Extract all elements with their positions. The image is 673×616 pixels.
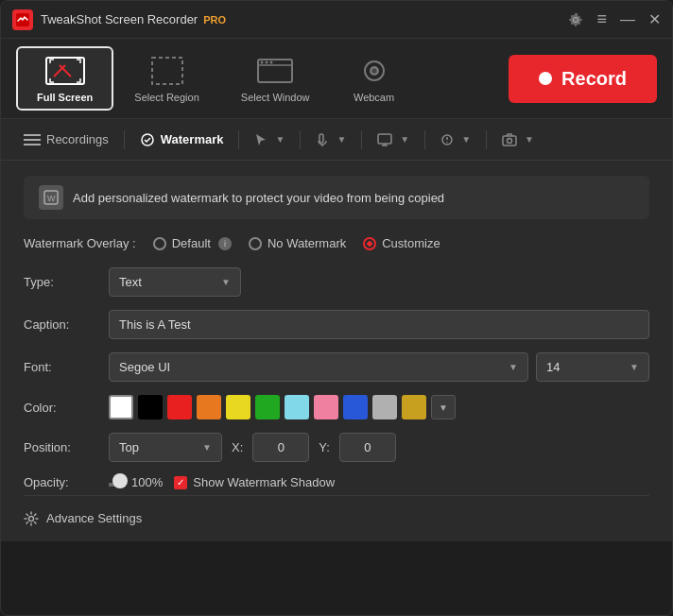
- opacity-controls: 100% ✓ Show Watermark Shadow: [109, 475, 335, 489]
- svg-point-11: [270, 61, 273, 64]
- opacity-row: Opacity: 100% ✓ Show Watermar: [24, 475, 649, 489]
- tab-display-arrow: ▼: [400, 134, 409, 145]
- font-size-value: 14: [546, 360, 560, 374]
- watermark-overlay-row: Watermark Overlay : Default i No Waterma…: [24, 236, 649, 250]
- svg-point-14: [371, 69, 376, 74]
- svg-rect-7: [258, 60, 292, 82]
- settings-icon[interactable]: [568, 11, 583, 28]
- tab-watermark[interactable]: Watermark: [129, 125, 235, 155]
- svg-point-25: [447, 141, 448, 142]
- svg-point-27: [508, 138, 512, 143]
- radio-customize-label: Customize: [382, 236, 440, 250]
- type-row: Type: Text ▼: [24, 267, 649, 297]
- x-input[interactable]: [252, 433, 309, 462]
- radio-default[interactable]: Default i: [153, 236, 232, 250]
- advance-settings-label: Advance Settings: [46, 511, 142, 525]
- font-family-dropdown[interactable]: Segoe UI ▼: [109, 352, 528, 382]
- content-area: W Add personalized watermark to protect …: [1, 161, 672, 541]
- modes-bar: Full Screen Select Region Select Window: [1, 39, 672, 119]
- tab-divider-4: [361, 130, 362, 149]
- type-dropdown[interactable]: Text ▼: [109, 267, 241, 297]
- svg-line-3: [54, 65, 65, 77]
- pro-badge: PRO: [203, 14, 226, 26]
- minimize-icon[interactable]: —: [620, 11, 635, 28]
- mode-select-window-label: Select Window: [241, 92, 310, 103]
- tab-cursor-arrow: ▼: [275, 134, 285, 145]
- tab-cursor[interactable]: ▼: [243, 125, 296, 155]
- watermark-overlay-label: Watermark Overlay :: [24, 236, 136, 250]
- tab-divider-5: [424, 130, 425, 149]
- info-banner-text: Add personalized watermark to protect yo…: [73, 191, 444, 205]
- y-label: Y:: [319, 440, 330, 454]
- color-swatch-red[interactable]: [167, 395, 192, 419]
- font-family-arrow: ▼: [509, 362, 518, 372]
- opacity-label: Opacity:: [24, 475, 109, 489]
- radio-customize[interactable]: Customize: [363, 236, 440, 250]
- mode-webcam[interactable]: Webcam: [331, 46, 418, 111]
- menu-icon[interactable]: ≡: [596, 9, 607, 29]
- svg-line-2: [60, 65, 71, 77]
- mode-select-region-label: Select Region: [134, 92, 199, 103]
- type-label: Type:: [24, 275, 109, 289]
- tab-bar: Recordings Watermark ▼ ▼ ▼: [1, 119, 672, 161]
- shadow-checkbox[interactable]: ✓: [174, 476, 187, 489]
- color-swatch-black[interactable]: [138, 395, 163, 419]
- mode-select-window[interactable]: Select Window: [220, 46, 331, 111]
- mode-select-region[interactable]: Select Region: [113, 46, 220, 111]
- close-icon[interactable]: ✕: [648, 10, 661, 28]
- app-title: TweakShot Screen Recorder: [41, 12, 198, 26]
- tab-recordings-label: Recordings: [46, 132, 109, 146]
- select-window-icon: [252, 54, 298, 88]
- tab-audio[interactable]: ▼: [304, 125, 357, 155]
- color-swatches: ▼: [109, 395, 456, 419]
- tab-divider-1: [124, 130, 125, 149]
- record-button[interactable]: Record: [509, 55, 657, 103]
- caption-input[interactable]: [109, 310, 649, 339]
- color-swatch-yellow[interactable]: [226, 395, 250, 419]
- record-dot: [539, 72, 552, 85]
- color-swatch-cyan[interactable]: [285, 395, 309, 419]
- tab-display[interactable]: ▼: [366, 126, 421, 154]
- mode-full-screen[interactable]: Full Screen: [16, 46, 113, 111]
- position-label: Position:: [24, 440, 109, 454]
- info-banner: W Add personalized watermark to protect …: [24, 176, 649, 219]
- type-value: Text: [119, 275, 142, 289]
- y-input[interactable]: [339, 433, 396, 462]
- tab-divider-2: [238, 130, 239, 149]
- svg-point-30: [29, 516, 34, 521]
- color-swatch-gray[interactable]: [372, 395, 397, 419]
- title-bar: TweakShot Screen Recorder PRO ≡ — ✕: [1, 1, 672, 39]
- color-swatch-blue[interactable]: [343, 395, 368, 419]
- svg-point-9: [261, 61, 264, 64]
- info-icon: i: [218, 237, 232, 250]
- color-swatch-gold[interactable]: [402, 395, 426, 419]
- font-size-dropdown[interactable]: 14 ▼: [536, 352, 649, 382]
- tab-audio-arrow: ▼: [336, 134, 346, 145]
- webcam-icon: [352, 54, 397, 88]
- advance-settings[interactable]: Advance Settings: [24, 495, 649, 526]
- caption-control: [109, 310, 649, 339]
- radio-no-watermark-circle: [249, 237, 262, 250]
- type-dropdown-arrow: ▼: [221, 277, 231, 287]
- tab-extra[interactable]: ▼: [429, 126, 482, 154]
- color-more-button[interactable]: ▼: [431, 395, 456, 419]
- position-controls: Top ▼ X: Y:: [109, 433, 396, 462]
- shadow-checkbox-label: Show Watermark Shadow: [193, 475, 335, 489]
- opacity-slider-thumb[interactable]: [112, 473, 128, 488]
- radio-no-watermark[interactable]: No Watermark: [249, 236, 346, 250]
- color-swatch-white[interactable]: [109, 395, 133, 419]
- type-control: Text ▼: [109, 267, 649, 297]
- tab-recordings[interactable]: Recordings: [12, 125, 120, 154]
- radio-default-label: Default: [172, 236, 211, 250]
- tab-screenshot[interactable]: ▼: [491, 126, 545, 154]
- color-swatch-orange[interactable]: [197, 395, 221, 419]
- full-screen-icon: [43, 54, 88, 88]
- font-label: Font:: [24, 360, 109, 374]
- color-swatch-pink[interactable]: [314, 395, 338, 419]
- position-dropdown[interactable]: Top ▼: [109, 433, 222, 462]
- radio-customize-circle: [363, 237, 376, 250]
- window-controls: ≡ — ✕: [568, 9, 661, 29]
- font-row: Font: Segoe UI ▼ 14 ▼: [24, 352, 649, 382]
- color-swatch-green[interactable]: [255, 395, 280, 419]
- shadow-checkbox-row[interactable]: ✓ Show Watermark Shadow: [174, 475, 335, 489]
